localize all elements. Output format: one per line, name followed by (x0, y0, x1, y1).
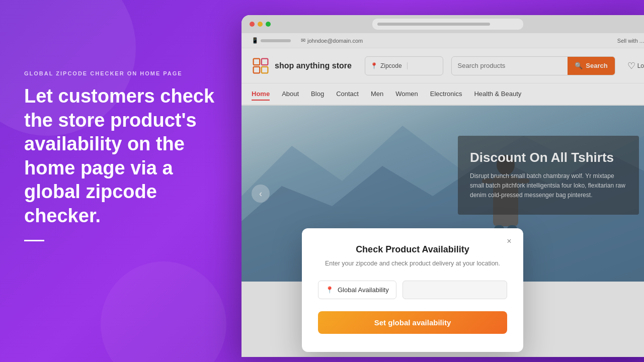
check-availability-modal: × Check Product Availability Enter your … (302, 228, 523, 352)
modal-form: 📍 Global Availability (318, 281, 507, 299)
browser-window: 📱 ✉ johndoe@domain.com Sell with ... sho… (242, 15, 644, 357)
modal-description: Enter your zipcode and check product del… (318, 259, 507, 268)
modal-select-label: Global Availability (338, 286, 389, 294)
left-panel: GLOBAL ZIPCODE CHECKER ON HOME PAGE Let … (24, 70, 215, 241)
left-panel-subtitle: GLOBAL ZIPCODE CHECKER ON HOME PAGE (24, 70, 215, 76)
modal-zipcode-input[interactable] (403, 281, 507, 299)
modal-global-availability-select[interactable]: 📍 Global Availability (318, 281, 396, 299)
left-panel-main-title: Let customers check the store product's … (24, 84, 215, 228)
modal-overlay: × Check Product Availability Enter your … (242, 15, 644, 357)
modal-close-button[interactable]: × (503, 235, 515, 247)
modal-title: Check Product Availability (318, 244, 507, 255)
location-pin-icon: 📍 (326, 286, 334, 294)
set-global-availability-button[interactable]: Set global availability (318, 311, 507, 334)
bg-decoration-circle-2 (101, 261, 226, 362)
left-panel-divider (24, 240, 44, 241)
